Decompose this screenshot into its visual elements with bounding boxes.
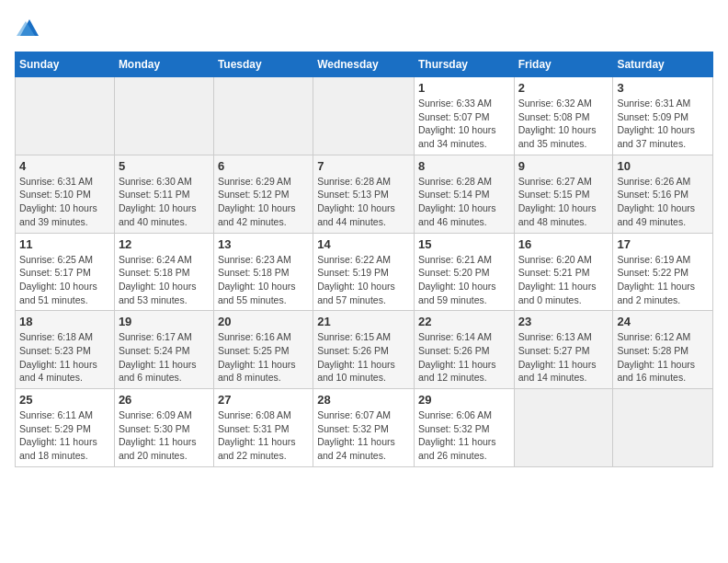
calendar-cell: 12Sunrise: 6:24 AM Sunset: 5:18 PM Dayli… bbox=[114, 233, 213, 311]
day-number: 29 bbox=[418, 393, 510, 407]
day-number: 18 bbox=[19, 315, 110, 328]
calendar-cell: 4Sunrise: 6:31 AM Sunset: 5:10 PM Daylig… bbox=[16, 155, 115, 233]
calendar-header: SundayMondayTuesdayWednesdayThursdayFrid… bbox=[16, 52, 713, 77]
calendar-cell: 24Sunrise: 6:12 AM Sunset: 5:28 PM Dayli… bbox=[613, 311, 713, 389]
day-info: Sunrise: 6:14 AM Sunset: 5:26 PM Dayligh… bbox=[418, 330, 510, 385]
day-info: Sunrise: 6:26 AM Sunset: 5:16 PM Dayligh… bbox=[617, 175, 709, 229]
day-number: 12 bbox=[119, 237, 210, 251]
day-number: 14 bbox=[317, 237, 410, 251]
day-number: 7 bbox=[317, 159, 410, 173]
day-number: 9 bbox=[518, 159, 609, 173]
weekday-header-friday: Friday bbox=[514, 52, 613, 77]
day-number: 25 bbox=[19, 393, 110, 407]
calendar-cell: 28Sunrise: 6:07 AM Sunset: 5:32 PM Dayli… bbox=[313, 389, 415, 467]
day-info: Sunrise: 6:24 AM Sunset: 5:18 PM Dayligh… bbox=[119, 253, 210, 307]
calendar-cell: 11Sunrise: 6:25 AM Sunset: 5:17 PM Dayli… bbox=[16, 233, 115, 311]
calendar-cell bbox=[114, 77, 213, 155]
calendar-cell bbox=[613, 389, 713, 467]
day-number: 13 bbox=[218, 237, 309, 251]
logo-icon bbox=[17, 15, 42, 40]
day-number: 4 bbox=[19, 159, 110, 173]
day-info: Sunrise: 6:27 AM Sunset: 5:15 PM Dayligh… bbox=[518, 175, 609, 229]
day-info: Sunrise: 6:32 AM Sunset: 5:08 PM Dayligh… bbox=[518, 97, 609, 151]
week-row-2: 4Sunrise: 6:31 AM Sunset: 5:10 PM Daylig… bbox=[16, 155, 713, 233]
calendar-cell: 6Sunrise: 6:29 AM Sunset: 5:12 PM Daylig… bbox=[213, 155, 313, 233]
calendar-cell bbox=[213, 77, 313, 155]
logo bbox=[15, 15, 42, 44]
calendar-cell bbox=[16, 77, 115, 155]
day-info: Sunrise: 6:22 AM Sunset: 5:19 PM Dayligh… bbox=[317, 253, 410, 307]
calendar-cell: 17Sunrise: 6:19 AM Sunset: 5:22 PM Dayli… bbox=[613, 233, 713, 311]
weekday-header-tuesday: Tuesday bbox=[213, 52, 313, 77]
day-number: 15 bbox=[418, 237, 510, 251]
weekday-header-sunday: Sunday bbox=[16, 52, 115, 77]
day-info: Sunrise: 6:07 AM Sunset: 5:32 PM Dayligh… bbox=[317, 408, 410, 463]
day-info: Sunrise: 6:33 AM Sunset: 5:07 PM Dayligh… bbox=[418, 97, 510, 151]
calendar-cell: 26Sunrise: 6:09 AM Sunset: 5:30 PM Dayli… bbox=[114, 389, 213, 467]
week-row-5: 25Sunrise: 6:11 AM Sunset: 5:29 PM Dayli… bbox=[16, 389, 713, 467]
calendar-cell: 7Sunrise: 6:28 AM Sunset: 5:13 PM Daylig… bbox=[313, 155, 415, 233]
day-number: 6 bbox=[218, 159, 309, 173]
calendar-table: SundayMondayTuesdayWednesdayThursdayFrid… bbox=[15, 52, 713, 467]
day-info: Sunrise: 6:18 AM Sunset: 5:23 PM Dayligh… bbox=[19, 330, 110, 385]
calendar-cell: 29Sunrise: 6:06 AM Sunset: 5:32 PM Dayli… bbox=[414, 389, 514, 467]
day-info: Sunrise: 6:09 AM Sunset: 5:30 PM Dayligh… bbox=[119, 408, 210, 463]
day-number: 20 bbox=[218, 315, 309, 328]
day-number: 16 bbox=[518, 237, 609, 251]
day-number: 11 bbox=[19, 237, 110, 251]
calendar-cell: 3Sunrise: 6:31 AM Sunset: 5:09 PM Daylig… bbox=[613, 77, 713, 155]
day-info: Sunrise: 6:30 AM Sunset: 5:11 PM Dayligh… bbox=[119, 175, 210, 229]
calendar-cell: 5Sunrise: 6:30 AM Sunset: 5:11 PM Daylig… bbox=[114, 155, 213, 233]
day-info: Sunrise: 6:11 AM Sunset: 5:29 PM Dayligh… bbox=[19, 408, 110, 463]
calendar-cell: 15Sunrise: 6:21 AM Sunset: 5:20 PM Dayli… bbox=[414, 233, 514, 311]
calendar-cell bbox=[313, 77, 415, 155]
day-number: 27 bbox=[218, 393, 309, 407]
week-row-3: 11Sunrise: 6:25 AM Sunset: 5:17 PM Dayli… bbox=[16, 233, 713, 311]
day-info: Sunrise: 6:21 AM Sunset: 5:20 PM Dayligh… bbox=[418, 253, 510, 307]
calendar-cell: 18Sunrise: 6:18 AM Sunset: 5:23 PM Dayli… bbox=[16, 311, 115, 389]
calendar-cell: 23Sunrise: 6:13 AM Sunset: 5:27 PM Dayli… bbox=[514, 311, 613, 389]
day-info: Sunrise: 6:31 AM Sunset: 5:09 PM Dayligh… bbox=[617, 97, 709, 151]
calendar-cell: 25Sunrise: 6:11 AM Sunset: 5:29 PM Dayli… bbox=[16, 389, 115, 467]
day-number: 22 bbox=[418, 315, 510, 328]
calendar-cell: 14Sunrise: 6:22 AM Sunset: 5:19 PM Dayli… bbox=[313, 233, 415, 311]
week-row-4: 18Sunrise: 6:18 AM Sunset: 5:23 PM Dayli… bbox=[16, 311, 713, 389]
day-info: Sunrise: 6:20 AM Sunset: 5:21 PM Dayligh… bbox=[518, 253, 609, 307]
day-info: Sunrise: 6:08 AM Sunset: 5:31 PM Dayligh… bbox=[218, 408, 309, 463]
day-number: 24 bbox=[617, 315, 709, 328]
day-info: Sunrise: 6:28 AM Sunset: 5:14 PM Dayligh… bbox=[418, 175, 510, 229]
day-number: 1 bbox=[418, 81, 510, 95]
day-info: Sunrise: 6:31 AM Sunset: 5:10 PM Dayligh… bbox=[19, 175, 110, 229]
day-info: Sunrise: 6:16 AM Sunset: 5:25 PM Dayligh… bbox=[218, 330, 309, 385]
week-row-1: 1Sunrise: 6:33 AM Sunset: 5:07 PM Daylig… bbox=[16, 77, 713, 155]
weekday-header-thursday: Thursday bbox=[414, 52, 514, 77]
day-number: 10 bbox=[617, 159, 709, 173]
calendar-cell: 1Sunrise: 6:33 AM Sunset: 5:07 PM Daylig… bbox=[414, 77, 514, 155]
page-header bbox=[15, 15, 713, 44]
calendar-body: 1Sunrise: 6:33 AM Sunset: 5:07 PM Daylig… bbox=[16, 77, 713, 467]
day-info: Sunrise: 6:23 AM Sunset: 5:18 PM Dayligh… bbox=[218, 253, 309, 307]
calendar-cell: 19Sunrise: 6:17 AM Sunset: 5:24 PM Dayli… bbox=[114, 311, 213, 389]
day-info: Sunrise: 6:19 AM Sunset: 5:22 PM Dayligh… bbox=[617, 253, 709, 307]
day-number: 17 bbox=[617, 237, 709, 251]
day-info: Sunrise: 6:17 AM Sunset: 5:24 PM Dayligh… bbox=[119, 330, 210, 385]
calendar-cell: 2Sunrise: 6:32 AM Sunset: 5:08 PM Daylig… bbox=[514, 77, 613, 155]
day-info: Sunrise: 6:15 AM Sunset: 5:26 PM Dayligh… bbox=[317, 330, 410, 385]
day-info: Sunrise: 6:29 AM Sunset: 5:12 PM Dayligh… bbox=[218, 175, 309, 229]
day-info: Sunrise: 6:06 AM Sunset: 5:32 PM Dayligh… bbox=[418, 408, 510, 463]
day-info: Sunrise: 6:28 AM Sunset: 5:13 PM Dayligh… bbox=[317, 175, 410, 229]
calendar-cell: 10Sunrise: 6:26 AM Sunset: 5:16 PM Dayli… bbox=[613, 155, 713, 233]
day-number: 3 bbox=[617, 81, 709, 95]
day-number: 28 bbox=[317, 393, 410, 407]
calendar-cell: 27Sunrise: 6:08 AM Sunset: 5:31 PM Dayli… bbox=[213, 389, 313, 467]
day-info: Sunrise: 6:13 AM Sunset: 5:27 PM Dayligh… bbox=[518, 330, 609, 385]
weekday-header-saturday: Saturday bbox=[613, 52, 713, 77]
calendar-cell: 16Sunrise: 6:20 AM Sunset: 5:21 PM Dayli… bbox=[514, 233, 613, 311]
day-number: 21 bbox=[317, 315, 410, 328]
day-info: Sunrise: 6:25 AM Sunset: 5:17 PM Dayligh… bbox=[19, 253, 110, 307]
calendar-cell: 8Sunrise: 6:28 AM Sunset: 5:14 PM Daylig… bbox=[414, 155, 514, 233]
day-number: 19 bbox=[119, 315, 210, 328]
day-number: 2 bbox=[518, 81, 609, 95]
weekday-header-monday: Monday bbox=[114, 52, 213, 77]
calendar-cell: 20Sunrise: 6:16 AM Sunset: 5:25 PM Dayli… bbox=[213, 311, 313, 389]
